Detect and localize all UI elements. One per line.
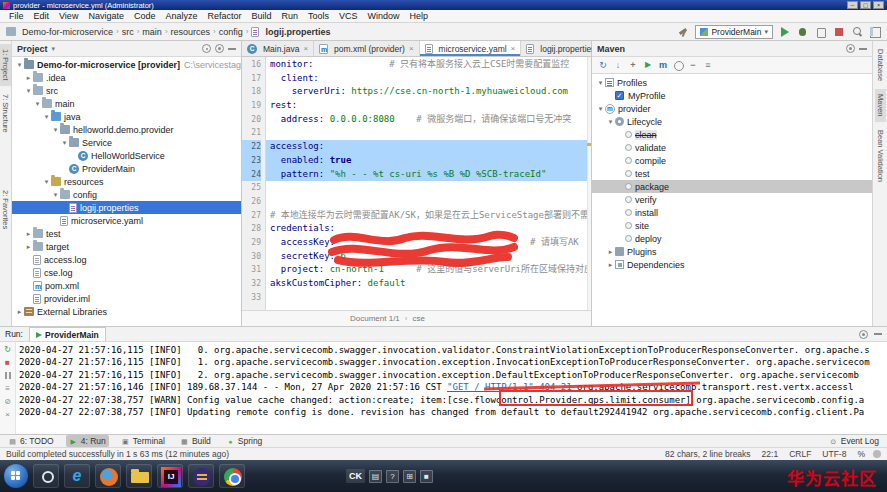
menu-item-code[interactable]: Code — [129, 11, 161, 21]
project-tree-item[interactable]: logij.properties — [12, 201, 241, 214]
screen-icon[interactable]: ■ — [420, 470, 433, 483]
maven-tree-item[interactable]: compile — [592, 154, 872, 167]
project-tree-item[interactable]: access.log — [12, 253, 241, 266]
warning-stripe-mark[interactable] — [587, 143, 591, 146]
tool-tab-maven[interactable]: Maven — [875, 89, 886, 122]
locate-file-icon[interactable] — [202, 44, 211, 53]
code-line[interactable]: address: 0.0.0.0:8080 # 微服务端口，请确保该端口号无冲突 — [266, 113, 591, 127]
menu-item-build[interactable]: Build — [246, 11, 276, 21]
pause-icon[interactable] — [5, 372, 11, 379]
gear-icon[interactable] — [846, 44, 855, 53]
tool-tab-2-favorites[interactable]: 2: Favorites — [0, 185, 11, 234]
grid-icon[interactable]: ⊞ — [403, 470, 416, 483]
tool-tab-1-project[interactable]: 1: Project — [0, 44, 11, 86]
project-tree-item[interactable]: ▸.idea — [12, 71, 241, 84]
code-line[interactable] — [266, 195, 591, 209]
skip-icon[interactable] — [2, 396, 13, 407]
status-item-82-chars-2-line-breaks[interactable]: 82 chars, 2 line breaks — [665, 449, 751, 459]
editor-tab-microservice-yaml[interactable]: microservice.yaml× — [420, 41, 522, 56]
clear-icon[interactable] — [2, 409, 13, 420]
log-segment[interactable]: "GET / HTTP/1.1" 404 21 — [447, 382, 572, 392]
input-method-ck[interactable]: CK — [346, 469, 365, 483]
run-button[interactable] — [778, 25, 791, 38]
tool-window-button-terminal[interactable]: Terminal — [118, 435, 168, 447]
maven-tree-item[interactable]: test — [592, 167, 872, 180]
project-tree-item[interactable]: HelloWorldService — [12, 149, 241, 162]
filter-icon[interactable] — [702, 59, 714, 71]
run-tab-providermain[interactable]: ProviderMain — [29, 327, 106, 341]
run-config-select[interactable]: ProviderMain ▾ — [695, 25, 773, 39]
run-icon[interactable] — [642, 59, 654, 71]
tool-window-button-spring[interactable]: Spring — [223, 435, 266, 447]
close-icon[interactable]: × — [303, 44, 308, 53]
breadcrumb-item-logij-properties[interactable]: logij.properties — [265, 27, 330, 37]
breadcrumb-item-resources[interactable]: resources — [171, 27, 211, 37]
keyboard-icon[interactable]: ▤ — [369, 470, 382, 483]
add-icon[interactable] — [627, 59, 639, 71]
code-line[interactable]: credentials: — [266, 222, 591, 236]
breadcrumb-item-src[interactable]: src — [122, 27, 134, 37]
status-item-crlf[interactable]: CRLF — [789, 449, 811, 459]
help-icon[interactable]: ? — [386, 470, 399, 483]
search-icon[interactable] — [33, 464, 59, 488]
firefox-icon[interactable] — [95, 464, 121, 488]
maven-tree-item[interactable]: deploy — [592, 232, 872, 245]
maven-tree-item[interactable]: validate — [592, 141, 872, 154]
tool-tab-bean-validation[interactable]: Bean Validation — [875, 125, 886, 187]
notifications-icon[interactable] — [873, 450, 881, 458]
minimize-button[interactable]: ─ — [847, 1, 858, 9]
maven-tree-item[interactable]: clean — [592, 128, 872, 141]
hide-panel-icon[interactable] — [859, 48, 867, 50]
debug-button[interactable] — [796, 25, 809, 38]
project-tree-item[interactable]: ▸External Libraries — [12, 305, 241, 318]
menu-item-window[interactable]: Window — [363, 11, 405, 21]
tool-window-button-event-log[interactable]: Event Log — [826, 435, 882, 447]
menu-item-view[interactable]: View — [54, 11, 83, 21]
project-tree-item[interactable]: ▸target — [12, 240, 241, 253]
menu-item-run[interactable]: Run — [277, 11, 304, 21]
gear-icon[interactable] — [672, 59, 684, 71]
maven-tree-item[interactable]: ▾Lifecycle — [592, 115, 872, 128]
project-tree-item[interactable]: microservice.yaml — [12, 214, 241, 227]
tool-tab-7-structure[interactable]: 7: Structure — [0, 89, 11, 138]
project-tree-item[interactable]: ▾Service — [12, 136, 241, 149]
console-output[interactable]: 2020-04-27 21:57:16,115 [INFO] 0. org.ap… — [16, 342, 887, 434]
editor-tab-main-java[interactable]: Main.java× — [242, 41, 314, 56]
menu-item-vcs[interactable]: VCS — [334, 11, 363, 21]
breadcrumb-item-main[interactable]: main — [142, 27, 162, 37]
menu-item-analyze[interactable]: Analyze — [160, 11, 202, 21]
project-tree-item[interactable]: ProviderMain — [12, 162, 241, 175]
menu-item-navigate[interactable]: Navigate — [83, 11, 129, 21]
tool-tab-database[interactable]: Database — [875, 44, 886, 86]
build-hammer-icon[interactable] — [677, 25, 690, 38]
maven-tree-item[interactable]: ✓MyProfile — [592, 89, 872, 102]
code-line[interactable]: enabled: true — [266, 154, 591, 168]
menu-item-help[interactable]: Help — [405, 11, 434, 21]
chrome-icon[interactable] — [219, 464, 245, 488]
folder-icon[interactable] — [126, 464, 152, 488]
project-tree-item[interactable]: ▾main — [12, 97, 241, 110]
start-button[interactable] — [4, 464, 28, 488]
code-line[interactable]: project: cn-north-1 # 这里的值与serverUri所在区域… — [266, 263, 591, 277]
code-line[interactable] — [266, 126, 591, 140]
download-icon[interactable] — [612, 59, 624, 71]
project-tree-item[interactable]: pom.xml — [12, 279, 241, 292]
close-icon[interactable]: × — [409, 44, 414, 53]
breadcrumb-item-config[interactable]: config — [219, 27, 243, 37]
code-line[interactable] — [266, 291, 591, 305]
eclipse-icon[interactable] — [188, 464, 214, 488]
maven-tree-item[interactable]: verify — [592, 193, 872, 206]
refresh-icon[interactable] — [597, 59, 609, 71]
maven-tree-item[interactable]: package — [592, 180, 872, 193]
chevron-down-icon[interactable]: ▾ — [52, 45, 56, 53]
code-line[interactable]: serverUri: https://cse.cn-north-1.myhuaw… — [266, 85, 591, 99]
tool-window-button-build[interactable]: Build — [177, 435, 214, 447]
coverage-button[interactable] — [814, 25, 827, 38]
maven-tree-item[interactable]: ▸Dependencies — [592, 258, 872, 271]
checkbox-checked[interactable]: ✓ — [615, 91, 624, 100]
code-line[interactable] — [266, 181, 591, 195]
menu-item-file[interactable]: File — [4, 11, 29, 21]
project-tree-item[interactable]: ▾helloworld.demo.provider — [12, 123, 241, 136]
rerun-icon[interactable] — [2, 344, 13, 355]
gear-icon[interactable] — [859, 330, 868, 339]
